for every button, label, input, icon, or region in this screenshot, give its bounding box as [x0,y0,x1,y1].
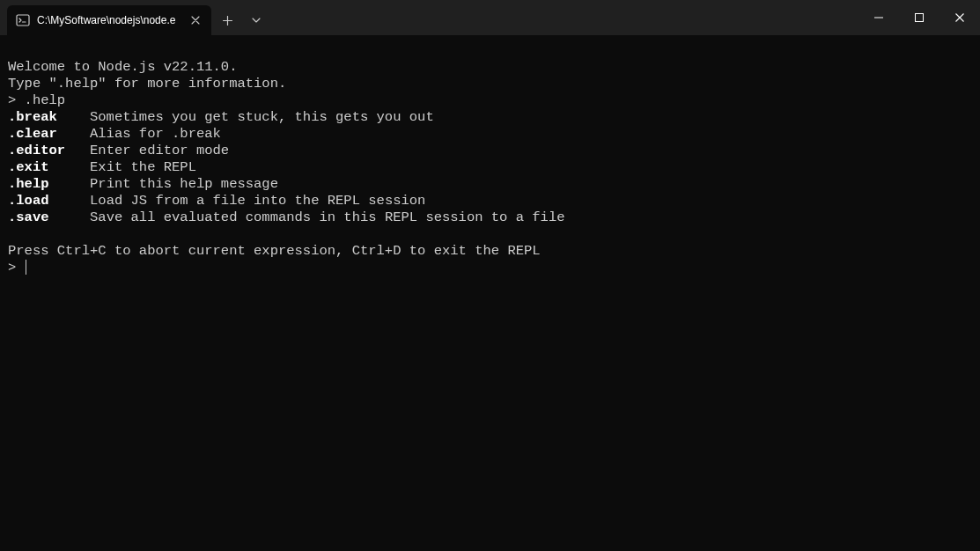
titlebar-drag-area[interactable] [269,0,858,35]
help-editor-cmd: .editor [8,143,65,158]
window-controls [858,0,980,35]
help-clear-cmd: .clear [8,126,57,142]
prompt: > [8,260,25,276]
help-help-cmd: .help [8,176,49,192]
prompt: > [8,92,25,108]
terminal-icon [16,13,30,27]
help-load-desc: Load JS from a file into the REPL sessio… [49,193,426,209]
tab-dropdown-button[interactable] [243,5,269,35]
close-window-button[interactable] [939,0,980,35]
help-help-desc: Print this help message [49,176,278,192]
tab-title: C:\MySoftware\nodejs\node.e [37,14,181,26]
maximize-button[interactable] [899,0,939,35]
tab-close-button[interactable] [188,13,203,27]
svg-rect-0 [17,15,29,26]
help-break-desc: Sometimes you get stuck, this gets you o… [57,109,434,125]
help-exit-desc: Exit the REPL [49,159,196,175]
footer-line: Press Ctrl+C to abort current expression… [8,243,541,259]
help-break-cmd: .break [8,109,57,125]
cursor [26,260,26,275]
new-tab-button[interactable] [211,5,243,35]
help-save-cmd: .save [8,209,49,225]
help-load-cmd: .load [8,193,49,209]
help-save-desc: Save all evaluated commands in this REPL… [49,209,565,225]
terminal-output[interactable]: Welcome to Node.js v22.11.0. Type ".help… [0,35,980,283]
help-editor-desc: Enter editor mode [65,143,229,158]
minimize-button[interactable] [858,0,899,35]
hint-line: Type ".help" for more information. [8,76,286,92]
svg-rect-3 [916,14,924,22]
entered-command: .help [25,92,66,108]
active-tab[interactable]: C:\MySoftware\nodejs\node.e [7,5,211,35]
titlebar: C:\MySoftware\nodejs\node.e [0,0,980,35]
welcome-line: Welcome to Node.js v22.11.0. [8,59,237,75]
help-exit-cmd: .exit [8,159,49,175]
help-clear-desc: Alias for .break [57,126,221,142]
